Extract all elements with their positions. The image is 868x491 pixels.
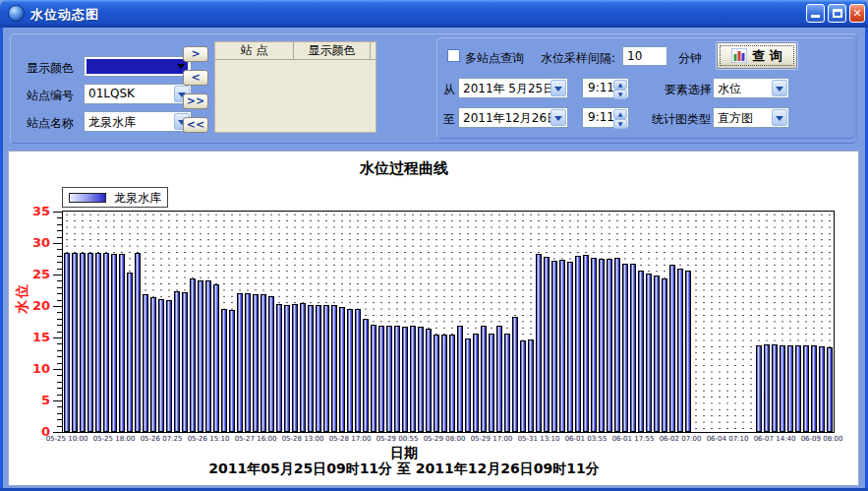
- bar: [213, 284, 219, 432]
- selected-stations-list[interactable]: 站 点 显示颜色: [214, 41, 376, 133]
- app-globe-icon: [8, 5, 25, 22]
- titlebar[interactable]: 水位动态图 ✕: [0, 0, 868, 28]
- element-combobox[interactable]: 水位: [713, 78, 789, 98]
- move-all-right-button[interactable]: >>: [183, 93, 208, 109]
- bar: [158, 299, 164, 432]
- interval-input[interactable]: 10: [622, 46, 667, 66]
- from-time-value: 9:11: [588, 81, 614, 94]
- bar: [764, 344, 770, 432]
- bar: [300, 303, 306, 432]
- element-dropdown-button[interactable]: [772, 80, 787, 96]
- from-time-spinner[interactable]: 9:11 ▲▼: [582, 78, 629, 98]
- spin-up-icon[interactable]: ▲: [613, 109, 627, 119]
- bar: [260, 294, 266, 432]
- multi-station-label: 多站点查询: [465, 50, 524, 67]
- bar: [410, 326, 416, 432]
- minimize-button[interactable]: [806, 4, 825, 23]
- bar: [669, 265, 675, 432]
- station-code-combobox[interactable]: 01LQSK: [84, 84, 192, 104]
- x-axis-top-ticks: [63, 212, 834, 215]
- to-date-picker[interactable]: 2011年12月26日: [458, 107, 568, 128]
- move-left-button[interactable]: <: [183, 70, 208, 86]
- bar: [426, 329, 432, 432]
- chart-type-value: 直方图: [718, 110, 753, 127]
- bar: [803, 345, 809, 432]
- to-time-spinner[interactable]: 9:11 ▲▼: [582, 107, 629, 128]
- to-date-dropdown-button[interactable]: [550, 109, 566, 126]
- bar: [772, 344, 778, 432]
- date-range-text: 2011年05月25日09时11分 至 2011年12月26日09时11分: [9, 460, 799, 478]
- bar: [237, 293, 243, 432]
- bar: [103, 253, 109, 432]
- bar: [441, 335, 447, 432]
- y-axis-title: 水位: [14, 282, 31, 314]
- bar: [339, 307, 345, 432]
- bar: [630, 264, 636, 432]
- to-time-value: 9:11: [588, 110, 614, 124]
- bar: [819, 346, 825, 432]
- y-tick-label: 30: [23, 235, 50, 250]
- chart-type-combobox[interactable]: 直方图: [713, 107, 789, 128]
- bar: [127, 273, 133, 432]
- list-header-station[interactable]: 站 点: [215, 42, 294, 59]
- element-value: 水位: [718, 81, 741, 97]
- x-axis-labels: 05-25 10:0005-25 18:0005-26 07:2505-26 1…: [63, 435, 834, 445]
- bar: [473, 334, 479, 432]
- bar: [402, 327, 408, 432]
- water-level-window: 水位动态图 ✕ 显示颜色 站点编号 01LQSK 站点名称 龙泉水库 > < >…: [0, 0, 868, 491]
- bar: [253, 294, 259, 432]
- x-tick-label: 06-01 03:55: [565, 435, 608, 443]
- bar: [591, 258, 597, 432]
- window-border-left: [0, 28, 3, 491]
- display-color-label: 显示颜色: [27, 60, 74, 77]
- close-button[interactable]: ✕: [849, 4, 865, 23]
- bar: [528, 339, 534, 432]
- query-button[interactable]: 查 询: [717, 42, 797, 69]
- bar: [143, 294, 148, 432]
- chart-title: 水位过程曲线: [9, 159, 799, 178]
- bar: [481, 326, 487, 432]
- x-tick-label: 05-31 13:10: [518, 435, 560, 443]
- legend-swatch: [69, 193, 106, 203]
- move-all-left-button[interactable]: <<: [183, 117, 208, 133]
- spin-down-icon[interactable]: ▼: [613, 119, 627, 129]
- bar: [331, 305, 337, 432]
- window-title: 水位动态图: [30, 6, 99, 24]
- multi-station-checkbox[interactable]: [447, 49, 460, 62]
- x-tick-label: 05-26 15:10: [188, 435, 230, 443]
- bar: [418, 327, 424, 432]
- bar: [284, 305, 290, 432]
- display-color-dropdown[interactable]: [84, 56, 192, 77]
- bar-chart-icon: [731, 48, 747, 63]
- station-code-value: 01LQSK: [88, 87, 135, 100]
- station-name-combobox[interactable]: 龙泉水库: [84, 111, 192, 132]
- close-icon: ✕: [852, 7, 861, 20]
- list-header-color[interactable]: 显示颜色: [294, 42, 371, 59]
- chart-type-dropdown-button[interactable]: [772, 109, 787, 126]
- maximize-button[interactable]: [828, 4, 846, 23]
- bar: [268, 296, 274, 432]
- bar: [449, 335, 455, 432]
- bar: [190, 278, 196, 432]
- x-tick-label: 05-25 18:00: [93, 435, 136, 443]
- chart-panel: 水位过程曲线 龙泉水库 05101520253035 水位 05-25 10:0…: [8, 151, 859, 486]
- bar: [394, 326, 400, 432]
- bar: [520, 340, 526, 432]
- bar: [95, 253, 101, 432]
- from-date-dropdown-button[interactable]: [550, 80, 566, 96]
- bar: [811, 345, 817, 432]
- bar: [166, 300, 172, 432]
- bar: [221, 309, 227, 432]
- bar: [205, 280, 211, 432]
- bar: [434, 335, 439, 432]
- spin-up-icon[interactable]: ▲: [613, 80, 627, 90]
- bar: [646, 274, 652, 432]
- from-date-picker[interactable]: 2011年 5月25日: [458, 78, 568, 98]
- move-right-button[interactable]: >: [183, 46, 208, 62]
- bar: [111, 254, 117, 432]
- x-tick-label: 06-09 08:00: [801, 435, 843, 443]
- spin-down-icon[interactable]: ▼: [613, 90, 627, 99]
- bar: [276, 304, 282, 432]
- bar: [245, 293, 251, 432]
- chevron-down-icon: [776, 87, 783, 95]
